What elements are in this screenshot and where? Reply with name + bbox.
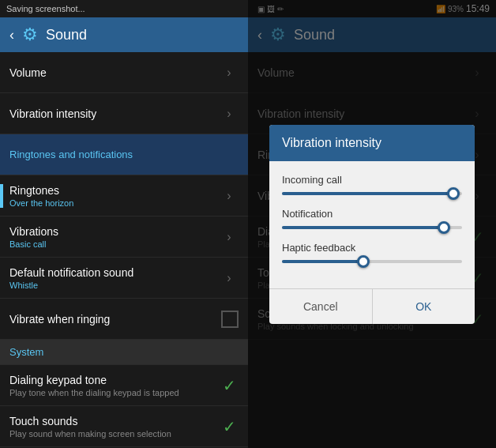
system-title: System (9, 346, 43, 358)
default-notification-item[interactable]: Default notification sound Whistle › (0, 258, 248, 299)
right-panel: ▣ 🖼 ✏ 📶 93% 15:49 ‹ ⚙ Sound Volume › Vib… (248, 0, 496, 448)
volume-title: Volume (9, 66, 220, 79)
notification-thumb[interactable] (438, 221, 450, 234)
gear-icon: ⚙ (22, 24, 38, 45)
dialing-keypad-item[interactable]: Dialing keypad tone Play tone when the d… (0, 365, 248, 406)
incoming-call-fill (282, 192, 453, 195)
ringtones-subtitle: Over the horizon (9, 198, 220, 208)
ringtones-item[interactable]: Ringtones Over the horizon › (0, 175, 248, 216)
left-status-bar: Saving screenshot... (0, 0, 248, 17)
dialing-keypad-subtitle: Play tone when the dialing keypad is tap… (9, 388, 220, 397)
vibrations-chevron: › (220, 230, 239, 244)
haptic-feedback-fill (282, 260, 363, 263)
default-notification-subtitle: Whistle (9, 280, 220, 290)
settings-list: Volume › Vibration intensity › Ringtones… (0, 52, 248, 448)
haptic-feedback-slider-section: Haptic feedback (282, 242, 462, 263)
saving-text: Saving screenshot... (6, 4, 242, 13)
incoming-call-thumb[interactable] (447, 187, 460, 200)
dialing-keypad-content: Dialing keypad tone Play tone when the d… (9, 374, 220, 397)
vibrations-item[interactable]: Vibrations Basic call › (0, 216, 248, 258)
touch-sounds-item[interactable]: Touch sounds Play sound when making scre… (0, 406, 248, 447)
notification-label: Notification (282, 208, 462, 220)
touch-sounds-title: Touch sounds (9, 415, 220, 427)
vibrate-ringing-checkbox[interactable] (221, 311, 239, 328)
default-notification-content: Default notification sound Whistle (9, 266, 220, 290)
haptic-feedback-label: Haptic feedback (282, 242, 462, 254)
vibration-intensity-content: Vibration intensity (9, 107, 220, 120)
vibrations-content: Vibrations Basic call (9, 225, 220, 249)
incoming-call-slider-section: Incoming call (282, 174, 462, 195)
vibration-intensity-title: Vibration intensity (9, 107, 220, 120)
notification-slider-section: Notification (282, 208, 462, 229)
dialog-title: Vibration intensity (269, 125, 475, 161)
vibration-intensity-dialog: Vibration intensity Incoming call Notifi… (269, 125, 475, 324)
vibrations-title: Vibrations (9, 225, 220, 238)
dialog-body: Incoming call Notification H (269, 161, 475, 288)
haptic-feedback-thumb[interactable] (357, 255, 370, 268)
dialog-overlay: Vibration intensity Incoming call Notifi… (248, 0, 496, 448)
notification-fill (282, 226, 444, 229)
volume-chevron: › (220, 66, 239, 80)
ok-button[interactable]: OK (373, 289, 475, 324)
volume-item[interactable]: Volume › (0, 52, 248, 93)
vibration-intensity-item[interactable]: Vibration intensity › (0, 93, 248, 134)
vibration-intensity-chevron: › (220, 107, 239, 121)
incoming-call-track[interactable] (282, 192, 462, 195)
default-notification-chevron: › (220, 271, 239, 285)
notification-track[interactable] (282, 226, 462, 229)
ringtones-chevron: › (220, 189, 239, 203)
touch-sounds-content: Touch sounds Play sound when making scre… (9, 415, 220, 439)
dialing-keypad-title: Dialing keypad tone (9, 374, 220, 386)
touch-sounds-check: ✓ (220, 417, 239, 436)
haptic-feedback-track[interactable] (282, 260, 462, 263)
dialog-buttons: Cancel OK (269, 288, 475, 324)
left-panel-title: Sound (46, 27, 87, 43)
dialing-keypad-check: ✓ (220, 376, 239, 395)
touch-sounds-subtitle: Play sound when making screen selection (9, 429, 220, 439)
vibrate-ringing-title: Vibrate when ringing (9, 313, 221, 326)
ringtones-notifications-title: Ringtones and notifications (9, 149, 239, 160)
ringtones-notifications-content: Ringtones and notifications (9, 149, 239, 160)
volume-content: Volume (9, 66, 220, 79)
ringtones-notifications-item: Ringtones and notifications (0, 134, 248, 175)
vibrations-subtitle: Basic call (9, 239, 220, 249)
back-icon[interactable]: ‹ (9, 27, 14, 43)
system-section: System (0, 340, 248, 365)
cancel-button[interactable]: Cancel (269, 289, 373, 324)
left-panel: Saving screenshot... ‹ ⚙ Sound Volume › … (0, 0, 248, 448)
incoming-call-label: Incoming call (282, 174, 462, 186)
default-notification-title: Default notification sound (9, 266, 220, 279)
side-indicator (0, 184, 3, 208)
left-top-bar: ‹ ⚙ Sound (0, 17, 248, 52)
ringtones-content: Ringtones Over the horizon (9, 184, 220, 208)
vibrate-ringing-item[interactable]: Vibrate when ringing (0, 299, 248, 340)
ringtones-title: Ringtones (9, 184, 220, 197)
vibrate-ringing-content: Vibrate when ringing (9, 313, 221, 326)
